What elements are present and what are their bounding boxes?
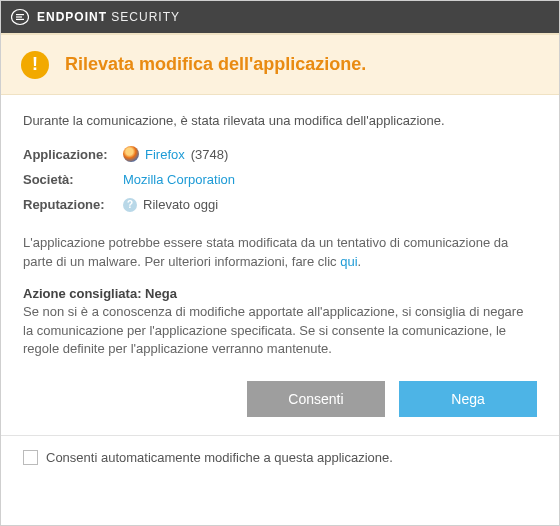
reputation-value: Rilevato oggi	[143, 197, 218, 212]
notice-text: L'applicazione potrebbe essere stata mod…	[23, 234, 537, 272]
recommend-text: Se non si è a conoscenza di modifiche ap…	[23, 303, 537, 360]
label-application: Applicazione:	[23, 147, 123, 162]
row-company: Società: Mozilla Corporation	[23, 172, 537, 187]
product-name-bold: ENDPOINT	[37, 10, 107, 24]
label-company: Società:	[23, 172, 123, 187]
application-link[interactable]: Firefox	[145, 147, 185, 162]
warning-icon: !	[21, 51, 49, 79]
row-application: Applicazione: Firefox (3748)	[23, 146, 537, 162]
titlebar: ENDPOINT SECURITY	[1, 1, 559, 33]
more-info-link[interactable]: qui	[340, 254, 357, 269]
alert-banner: ! Rilevata modifica dell'applicazione.	[1, 33, 559, 95]
button-row: Consenti Nega	[23, 381, 537, 435]
alert-headline: Rilevata modifica dell'applicazione.	[65, 54, 366, 75]
dialog-window: ENDPOINT SECURITY ! Rilevata modifica de…	[0, 0, 560, 526]
application-name: Firefox	[145, 147, 185, 162]
svg-rect-1	[16, 14, 24, 15]
info-icon: ?	[123, 198, 137, 212]
svg-rect-3	[16, 19, 24, 20]
allow-button[interactable]: Consenti	[247, 381, 385, 417]
product-name: ENDPOINT SECURITY	[37, 10, 180, 24]
auto-allow-label[interactable]: Consenti automaticamente modifiche a que…	[46, 450, 393, 465]
dialog-body: Durante la comunicazione, è stata rileva…	[1, 95, 559, 435]
svg-rect-2	[16, 16, 22, 17]
eset-logo-icon	[11, 8, 29, 26]
product-name-rest: SECURITY	[111, 10, 180, 24]
auto-allow-checkbox[interactable]	[23, 450, 38, 465]
row-reputation: Reputazione: ? Rilevato oggi	[23, 197, 537, 212]
application-pid: (3748)	[191, 147, 229, 162]
notice-after: .	[358, 254, 362, 269]
firefox-icon	[123, 146, 139, 162]
notice-before: L'applicazione potrebbe essere stata mod…	[23, 235, 508, 269]
label-reputation: Reputazione:	[23, 197, 123, 212]
recommend-title: Azione consigliata: Nega	[23, 286, 537, 301]
deny-button[interactable]: Nega	[399, 381, 537, 417]
footer: Consenti automaticamente modifiche a que…	[1, 436, 559, 479]
intro-text: Durante la comunicazione, è stata rileva…	[23, 113, 537, 128]
company-link[interactable]: Mozilla Corporation	[123, 172, 235, 187]
recommendation: Azione consigliata: Nega Se non si è a c…	[23, 286, 537, 360]
